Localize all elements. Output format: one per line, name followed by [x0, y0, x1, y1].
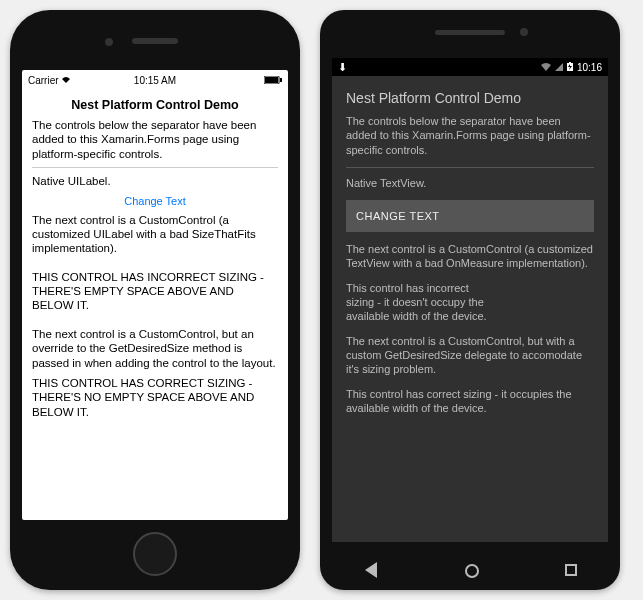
custom-control-desc-1: The next control is a CustomControl (a c…: [346, 242, 594, 271]
iphone-speaker: [132, 38, 178, 44]
page-title: Nest Platform Control Demo: [346, 90, 594, 106]
correct-sizing-label: This control has correct sizing - it occ…: [346, 387, 594, 416]
iphone-camera: [105, 38, 113, 46]
android-speaker: [435, 30, 505, 35]
intro-text: The controls below the separator have be…: [346, 114, 594, 157]
separator: [32, 167, 278, 168]
battery-icon: [567, 62, 573, 73]
home-button[interactable]: [465, 564, 479, 578]
recent-button[interactable]: [565, 564, 577, 576]
native-textview: Native TextView.: [346, 176, 594, 190]
custom-control-desc-2: The next control is a CustomControl, but…: [346, 334, 594, 377]
custom-control-desc-1: The next control is a CustomControl (a c…: [32, 213, 278, 256]
wifi-icon: [61, 75, 71, 86]
back-button[interactable]: [365, 562, 377, 578]
iphone-screen: Carrier 10:15 AM Nest Platform Control D…: [22, 70, 288, 520]
android-status-bar: ⬇ 10:16: [332, 58, 608, 76]
home-button[interactable]: [133, 532, 177, 576]
svg-rect-1: [265, 77, 278, 83]
android-screen: ⬇ 10:16 Nest Platform Control Demo The c…: [332, 58, 608, 542]
android-nav-bar: [320, 564, 620, 578]
iphone-device: Carrier 10:15 AM Nest Platform Control D…: [10, 10, 300, 590]
change-text-button[interactable]: Change Text: [32, 195, 278, 207]
incorrect-sizing-label: THIS CONTROL HAS INCORRECT SIZING - THER…: [32, 270, 278, 313]
page-title: Nest Platform Control Demo: [32, 98, 278, 112]
android-content: Nest Platform Control Demo The controls …: [332, 76, 608, 542]
intro-text: The controls below the separator have be…: [32, 118, 278, 161]
custom-control-desc-2: The next control is a CustomControl, but…: [32, 327, 278, 370]
ios-clock: 10:15 AM: [134, 75, 176, 86]
android-clock: 10:16: [577, 62, 602, 73]
change-text-button[interactable]: CHANGE TEXT: [346, 200, 594, 232]
native-uilabel: Native UILabel.: [32, 174, 278, 188]
svg-rect-4: [569, 62, 571, 63]
android-device: ⬇ 10:16 Nest Platform Control Demo The c…: [320, 10, 620, 590]
svg-rect-2: [280, 78, 282, 82]
separator: [346, 167, 594, 168]
carrier-label: Carrier: [28, 75, 71, 86]
ios-content: Nest Platform Control Demo The controls …: [22, 88, 288, 520]
ios-status-bar: Carrier 10:15 AM: [22, 70, 288, 88]
signal-icon: [555, 62, 563, 73]
download-icon: ⬇: [338, 61, 347, 74]
battery-icon: [264, 75, 282, 86]
wifi-icon: [541, 62, 551, 73]
incorrect-sizing-label: This control has incorrect sizing - it d…: [346, 281, 496, 324]
correct-sizing-label: THIS CONTROL HAS CORRECT SIZING - THERE'…: [32, 376, 278, 419]
android-camera: [520, 28, 528, 36]
